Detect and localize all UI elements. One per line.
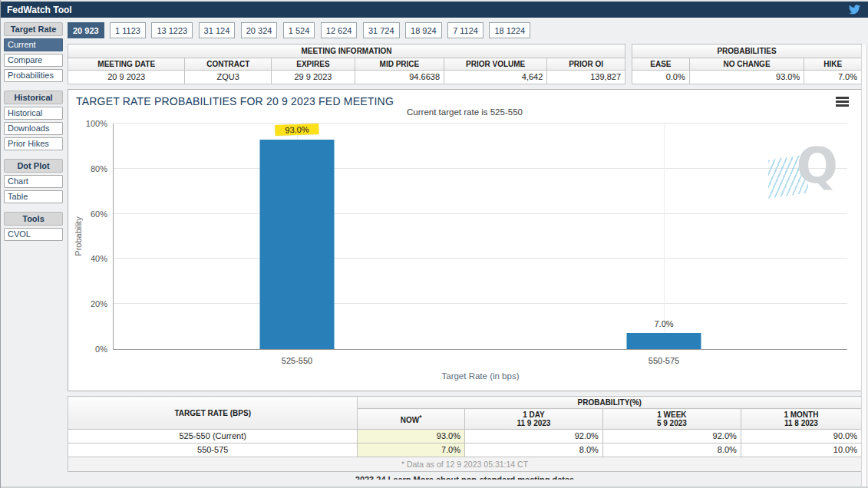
col-no-change: NO CHANGE bbox=[689, 58, 804, 71]
app-title: FedWatch Tool bbox=[7, 5, 72, 15]
bar-value-label-highlighted: 93.0% bbox=[275, 124, 319, 136]
target-rate-probability-chart: TARGET RATE PROBABILITIES FOR 20 9 2023 … bbox=[68, 89, 862, 391]
meeting-information-table: MEETING INFORMATION MEETING DATE CONTRAC… bbox=[68, 44, 625, 84]
tab-meeting-date[interactable]: 31 724 bbox=[363, 22, 400, 38]
watermark-hatch bbox=[768, 154, 808, 198]
col-1-week: 1 WEEK5 9 2023 bbox=[602, 409, 741, 430]
rate-cell: 525-550 (Current) bbox=[68, 430, 358, 443]
day-cell: 8.0% bbox=[465, 443, 603, 457]
mid-price-value: 94.6638 bbox=[355, 71, 444, 84]
chart-subtitle: Current target rate is 525-550 bbox=[68, 107, 861, 117]
col-prior-volume: PRIOR VOLUME bbox=[444, 58, 547, 71]
gridline bbox=[114, 303, 847, 304]
col-target-rate-bps: TARGET RATE (BPS) bbox=[68, 397, 358, 430]
sidebar-item-compare[interactable]: Compare bbox=[4, 54, 63, 67]
bar-550-575[interactable] bbox=[627, 333, 701, 349]
gridline bbox=[114, 258, 847, 259]
sidebar-item-chart[interactable]: Chart bbox=[4, 175, 63, 188]
twitter-icon[interactable] bbox=[849, 5, 860, 15]
meeting-date-value: 20 9 2023 bbox=[68, 71, 185, 84]
table-row: 550-575 7.0% 8.0% 8.0% 10.0% bbox=[68, 443, 862, 457]
sidebar-header-historical: Historical bbox=[4, 91, 63, 104]
rate-cell: 550-575 bbox=[68, 443, 358, 457]
week-cell: 8.0% bbox=[602, 443, 741, 457]
quikstrike-q-icon: Q bbox=[797, 137, 838, 194]
info-row: MEETING INFORMATION MEETING DATE CONTRAC… bbox=[68, 44, 862, 84]
main-layout: Target Rate Current Compare Probabilitie… bbox=[1, 18, 868, 480]
app-titlebar: FedWatch Tool bbox=[1, 2, 868, 18]
sidebar-item-probabilities[interactable]: Probabilities bbox=[4, 69, 63, 82]
y-axis-label: Probability bbox=[74, 216, 83, 256]
now-cell: 93.0% bbox=[358, 430, 465, 443]
tab-meeting-date[interactable]: 31 124 bbox=[199, 22, 236, 38]
expires-value: 29 9 2023 bbox=[271, 71, 355, 84]
tab-meeting-date[interactable]: 20 324 bbox=[241, 22, 278, 38]
chart-title: TARGET RATE PROBABILITIES FOR 20 9 2023 … bbox=[76, 95, 394, 107]
sidebar-header-target-rate: Target Rate bbox=[4, 22, 63, 36]
col-hike: HIKE bbox=[804, 58, 862, 71]
col-expires: EXPIRES bbox=[271, 58, 355, 71]
gridline bbox=[664, 124, 665, 349]
tab-meeting-date[interactable]: 20 923 bbox=[68, 22, 104, 38]
sidebar: Target Rate Current Compare Probabilitie… bbox=[4, 22, 63, 480]
tab-meeting-date[interactable]: 18 924 bbox=[405, 22, 442, 38]
col-group-probability: PROBABILITY(%) bbox=[358, 397, 862, 409]
no-change-value: 93.0% bbox=[689, 71, 804, 84]
sidebar-item-prior-hikes[interactable]: Prior Hikes bbox=[4, 137, 63, 150]
meeting-date-tabs: 20 923 1 1123 13 1223 31 124 20 324 1 52… bbox=[68, 22, 862, 41]
table-row: 525-550 (Current) 93.0% 92.0% 92.0% 90.0… bbox=[68, 430, 862, 443]
x-tick: 525-550 bbox=[282, 356, 312, 365]
probabilities-summary-table: PROBABILITIES EASE NO CHANGE HIKE 0.0% 9… bbox=[632, 44, 862, 84]
tab-meeting-date[interactable]: 18 1224 bbox=[489, 22, 530, 38]
bar-525-550[interactable] bbox=[260, 140, 335, 349]
sidebar-item-table[interactable]: Table bbox=[4, 190, 63, 203]
quikstrike-watermark: Q bbox=[768, 140, 841, 206]
y-tick: 60% bbox=[91, 209, 107, 219]
sidebar-header-dot-plot: Dot Plot bbox=[4, 159, 63, 173]
day-cell: 92.0% bbox=[465, 430, 603, 443]
bar-value-label: 7.0% bbox=[654, 319, 673, 328]
ease-value: 0.0% bbox=[632, 71, 690, 84]
tab-meeting-date[interactable]: 12 624 bbox=[321, 22, 358, 38]
probabilities-title: PROBABILITIES bbox=[632, 45, 862, 58]
plot-area: 0% 20% 40% 60% 80% 100% Probability Q 93… bbox=[113, 124, 847, 350]
data-as-of-note: * Data as of 12 9 2023 05:31:14 CT bbox=[68, 457, 862, 472]
y-tick: 0% bbox=[95, 345, 107, 354]
sidebar-item-historical[interactable]: Historical bbox=[4, 107, 63, 120]
chart-menu-icon[interactable] bbox=[836, 97, 849, 108]
tab-meeting-date[interactable]: 1 524 bbox=[283, 22, 315, 38]
footnote-row: * Data as of 12 9 2023 05:31:14 CT bbox=[68, 457, 862, 472]
contract-value: ZQU3 bbox=[185, 71, 272, 84]
vertical-scrollbar[interactable] bbox=[861, 45, 867, 488]
y-tick: 100% bbox=[86, 119, 107, 128]
now-cell: 7.0% bbox=[358, 443, 465, 457]
col-contract: CONTRACT bbox=[185, 58, 272, 71]
month-cell: 10.0% bbox=[741, 443, 861, 457]
col-meeting-date: MEETING DATE bbox=[68, 58, 185, 71]
sidebar-item-current[interactable]: Current bbox=[4, 38, 63, 51]
tab-meeting-date[interactable]: 1 1123 bbox=[110, 22, 146, 38]
y-tick: 20% bbox=[91, 299, 107, 308]
gridline bbox=[114, 213, 847, 214]
tab-meeting-date[interactable]: 7 1124 bbox=[447, 22, 484, 38]
sidebar-item-downloads[interactable]: Downloads bbox=[4, 122, 63, 135]
col-ease: EASE bbox=[632, 58, 690, 71]
meeting-info-title: MEETING INFORMATION bbox=[68, 45, 625, 58]
clipped-footer-note: 2023 24 Learn More about non-standard me… bbox=[68, 475, 862, 480]
tab-meeting-date[interactable]: 13 1223 bbox=[151, 22, 193, 38]
col-1-day: 1 DAY11 9 2023 bbox=[465, 409, 603, 430]
y-tick: 40% bbox=[91, 254, 107, 263]
x-axis-title: Target Rate (in bps) bbox=[442, 371, 520, 381]
col-mid-price: MID PRICE bbox=[355, 58, 444, 71]
probability-history-table: TARGET RATE (BPS) PROBABILITY(%) NOW* 1 … bbox=[68, 396, 862, 472]
sidebar-item-cvol[interactable]: CVOL bbox=[4, 228, 63, 241]
x-tick: 550-575 bbox=[649, 356, 679, 365]
col-prior-oi: PRIOR OI bbox=[547, 58, 625, 71]
hike-value: 7.0% bbox=[804, 71, 862, 84]
week-cell: 92.0% bbox=[602, 430, 741, 443]
gridline bbox=[114, 168, 847, 169]
col-1-month: 1 MONTH11 8 2023 bbox=[741, 409, 861, 430]
content-area: 20 923 1 1123 13 1223 31 124 20 324 1 52… bbox=[68, 22, 862, 480]
col-now: NOW* bbox=[358, 409, 465, 430]
month-cell: 90.0% bbox=[741, 430, 861, 443]
